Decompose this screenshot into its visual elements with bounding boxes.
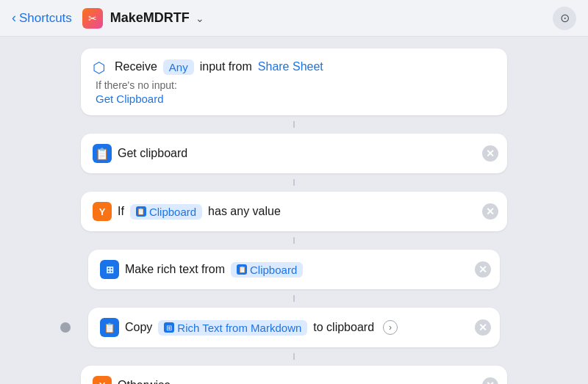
get-clipboard-icon: 📋 — [93, 144, 112, 163]
rich-text-mini-icon: ⊞ — [164, 322, 174, 333]
copy-icon: 📋 — [100, 318, 119, 337]
clipboard-mini-icon-2: 📋 — [237, 264, 247, 275]
remove-make-rich-text-button[interactable]: ✕ — [475, 261, 491, 278]
connector-line-2 — [293, 179, 295, 186]
has-any-value-label: has any value — [208, 205, 281, 218]
remove-copy-button[interactable]: ✕ — [475, 319, 491, 336]
shortcut-title: MakeMDRTF — [110, 10, 190, 26]
remove-if-button[interactable]: ✕ — [482, 203, 498, 220]
connector-line — [293, 121, 295, 128]
title-chevron-icon[interactable]: ⌄ — [196, 12, 204, 24]
back-button[interactable]: ‹ Shortcuts — [12, 10, 72, 26]
otherwise-icon: Y — [93, 376, 112, 384]
settings-icon: ⊙ — [560, 11, 570, 25]
if-icon: Y — [93, 202, 112, 221]
back-chevron-icon: ‹ — [12, 10, 16, 26]
drag-handle[interactable] — [60, 322, 71, 333]
make-rich-text-icon: ⊞ — [100, 260, 119, 279]
receive-label: Receive — [115, 60, 157, 73]
remove-otherwise-button[interactable]: ✕ — [482, 377, 498, 384]
to-clipboard-label: to clipboard — [313, 321, 374, 334]
app-header: ‹ Shortcuts ✂ MakeMDRTF ⌄ ⊙ — [0, 0, 588, 37]
no-input-label: If there's no input: — [96, 79, 495, 91]
app-icon: ✂ — [82, 8, 103, 29]
header-left: ‹ Shortcuts ✂ MakeMDRTF ⌄ — [12, 8, 204, 29]
get-clipboard-card: 📋 Get clipboard ✕ — [81, 134, 507, 173]
clipboard-mini-icon: 📋 — [136, 206, 146, 217]
rich-text-token[interactable]: ⊞ Rich Text from Markdown — [158, 320, 307, 336]
receive-icon: ⬡ — [93, 59, 109, 75]
if-label: If — [118, 205, 124, 218]
clipboard-token[interactable]: 📋 Clipboard — [130, 204, 202, 220]
copy-label: Copy — [125, 321, 152, 334]
if-card: Y If 📋 Clipboard has any value ✕ — [81, 192, 507, 231]
otherwise-card: Y Otherwise ✕ — [81, 366, 507, 384]
get-clipboard-link[interactable]: Get Clipboard — [96, 93, 495, 105]
main-content: ⬡ Receive Any input from Share Sheet If … — [0, 37, 588, 384]
copy-card: 📋 Copy ⊞ Rich Text from Markdown to clip… — [88, 308, 500, 347]
connector-line-5 — [293, 353, 295, 360]
any-token[interactable]: Any — [163, 59, 194, 75]
make-rich-text-label: Make rich text from — [125, 263, 225, 276]
make-rich-text-card: ⊞ Make rich text from 📋 Clipboard ✕ — [88, 250, 500, 289]
shortcuts-label[interactable]: Shortcuts — [19, 11, 72, 26]
settings-button[interactable]: ⊙ — [553, 7, 576, 30]
otherwise-label: Otherwise — [118, 379, 171, 384]
clipboard-token-2[interactable]: 📋 Clipboard — [231, 262, 303, 278]
share-sheet-token[interactable]: Share Sheet — [258, 60, 323, 73]
connector-line-4 — [293, 295, 295, 302]
get-clipboard-label: Get clipboard — [118, 147, 187, 160]
copy-chevron-icon[interactable]: › — [383, 320, 398, 335]
input-from-label: input from — [200, 60, 252, 73]
remove-get-clipboard-button[interactable]: ✕ — [482, 145, 498, 162]
connector-line-3 — [293, 237, 295, 244]
receive-card: ⬡ Receive Any input from Share Sheet If … — [81, 48, 507, 115]
